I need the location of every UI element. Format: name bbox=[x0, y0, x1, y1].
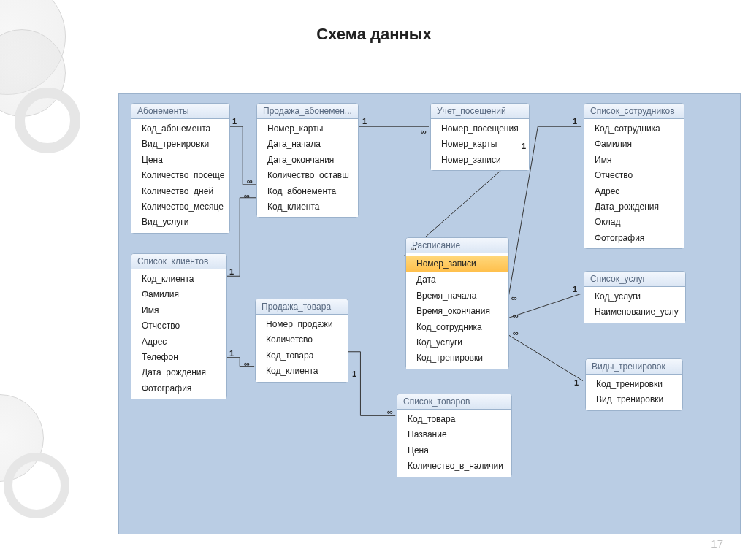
field-item[interactable]: Фамилия bbox=[131, 287, 226, 302]
field-item[interactable]: Код_сотрудника bbox=[584, 121, 684, 137]
table-title[interactable]: Список_услуг bbox=[584, 272, 685, 287]
field-item[interactable]: Дата_начала bbox=[257, 137, 358, 152]
table-fields: Номер_продажиКоличетсвоКод_товараКод_кли… bbox=[256, 315, 348, 382]
table-fields: Код_услугиНаименование_услу bbox=[584, 287, 685, 323]
cardinality-label: ∞ bbox=[511, 294, 518, 302]
table-title[interactable]: Расписание bbox=[406, 238, 508, 253]
field-item[interactable]: Код_товара bbox=[397, 412, 511, 427]
field-item[interactable]: Количество_дней bbox=[131, 184, 229, 199]
cardinality-label: 1 bbox=[229, 350, 234, 358]
relationships-canvas[interactable]: АбонементыКод_абонементаВид_тренировкиЦе… bbox=[118, 93, 741, 534]
decorative-ring bbox=[4, 453, 69, 518]
field-item[interactable]: Дата_окончания bbox=[257, 153, 358, 168]
field-item[interactable]: Код_услуги bbox=[584, 289, 685, 304]
cardinality-label: 1 bbox=[232, 118, 237, 126]
cardinality-label: ∞ bbox=[386, 408, 394, 416]
cardinality-label: 1 bbox=[362, 118, 367, 126]
cardinality-label: 1 bbox=[573, 379, 579, 387]
field-item[interactable]: Наименование_услу bbox=[584, 304, 685, 320]
field-item[interactable]: Номер_посещения bbox=[431, 121, 529, 137]
table-tovary[interactable]: Список_товаровКод_товараНазваниеЦенаКоли… bbox=[397, 394, 512, 477]
field-item[interactable]: Время_окончания bbox=[406, 304, 508, 319]
table-fields: Код_товараНазваниеЦенаКоличество_в_налич… bbox=[397, 410, 511, 477]
cardinality-label: 1 bbox=[229, 268, 234, 276]
table-title[interactable]: Абонементы bbox=[131, 104, 229, 119]
cardinality-label: ∞ bbox=[410, 245, 417, 253]
table-uslugi[interactable]: Список_услугКод_услугиНаименование_услу bbox=[584, 271, 686, 323]
decorative-ring bbox=[15, 88, 80, 153]
table-uchet[interactable]: Учет_посещенийНомер_посещенияНомер_карты… bbox=[430, 103, 530, 171]
field-item[interactable]: Код_клиента bbox=[131, 272, 226, 287]
table-fields: Номер_записиДатаВремя_началаВремя_оконча… bbox=[406, 253, 508, 369]
cardinality-label: 1 bbox=[572, 285, 578, 294]
table-raspisanie[interactable]: РасписаниеНомер_записиДатаВремя_началаВр… bbox=[405, 237, 509, 369]
field-item[interactable]: Номер_записи bbox=[406, 256, 508, 272]
field-item[interactable]: Телефон bbox=[131, 350, 226, 365]
cardinality-label: ∞ bbox=[246, 177, 253, 185]
table-title[interactable]: Список_клиентов bbox=[131, 254, 226, 269]
table-prodazha_ab[interactable]: Продажа_абонемен...Номер_картыДата_начал… bbox=[256, 103, 359, 218]
field-item[interactable]: Имя bbox=[131, 303, 226, 318]
field-item[interactable]: Цена bbox=[131, 153, 229, 168]
field-item[interactable]: Код_клиента bbox=[257, 199, 358, 215]
field-item[interactable]: Вид_услуги bbox=[131, 215, 229, 230]
field-item[interactable]: Номер_карты bbox=[257, 121, 358, 137]
field-item[interactable]: Код_абонемента bbox=[257, 184, 358, 199]
field-item[interactable]: Номер_карты bbox=[431, 137, 529, 152]
field-item[interactable]: Название bbox=[397, 427, 511, 442]
cardinality-label: ∞ bbox=[243, 360, 251, 368]
field-item[interactable]: Время_начала bbox=[406, 288, 508, 304]
table-trenirovki[interactable]: Виды_тренировокКод_тренировкиВид_трениро… bbox=[585, 358, 683, 411]
table-fields: Код_сотрудникаФамилияИмяОтчествоАдресДат… bbox=[584, 119, 684, 248]
cardinality-label: 1 bbox=[521, 142, 527, 150]
field-item[interactable]: Дата_рождения bbox=[131, 365, 226, 380]
field-item[interactable]: Цена bbox=[397, 443, 511, 459]
cardinality-label: ∞ bbox=[512, 329, 519, 337]
field-item[interactable]: Адрес bbox=[131, 334, 226, 350]
field-item[interactable]: Код_тренировки bbox=[586, 377, 682, 392]
cardinality-label: ∞ bbox=[243, 192, 251, 200]
table-title[interactable]: Виды_тренировок bbox=[586, 359, 682, 375]
field-item[interactable]: Имя bbox=[584, 153, 684, 168]
field-item[interactable]: Количество_оставш bbox=[257, 168, 358, 183]
field-item[interactable]: Код_сотрудника bbox=[406, 320, 508, 335]
field-item[interactable]: Отчество bbox=[584, 168, 684, 183]
field-item[interactable]: Номер_продажи bbox=[256, 317, 348, 332]
field-item[interactable]: Количество_посеще bbox=[131, 168, 229, 183]
table-title[interactable]: Учет_посещений bbox=[431, 104, 529, 119]
cardinality-label: ∞ bbox=[420, 128, 427, 136]
field-item[interactable]: Фамилия bbox=[584, 137, 684, 152]
table-sotrudniki[interactable]: Список_сотрудниковКод_сотрудникаФамилияИ… bbox=[584, 103, 684, 249]
field-item[interactable]: Дата_рождения bbox=[584, 199, 684, 215]
table-fields: Номер_посещенияНомер_картыНомер_записи bbox=[431, 119, 529, 170]
page-number: 17 bbox=[711, 537, 723, 550]
field-item[interactable]: Адрес bbox=[584, 184, 684, 199]
field-item[interactable]: Фотография bbox=[131, 381, 226, 396]
cardinality-label: 1 bbox=[572, 118, 578, 126]
table-title[interactable]: Продажа_товара bbox=[256, 299, 348, 315]
table-prodazha_tov[interactable]: Продажа_товараНомер_продажиКоличетсвоКод… bbox=[255, 299, 348, 383]
field-item[interactable]: Код_товара bbox=[256, 348, 348, 364]
field-item[interactable]: Количество_месяце bbox=[131, 199, 229, 215]
table-fields: Код_клиентаФамилияИмяОтчествоАдресТелефо… bbox=[131, 269, 226, 399]
table-title[interactable]: Список_товаров bbox=[397, 394, 511, 410]
field-item[interactable]: Номер_записи bbox=[431, 153, 529, 168]
table-klienty[interactable]: Список_клиентовКод_клиентаФамилияИмяОтче… bbox=[131, 253, 227, 399]
table-fields: Код_тренировкиВид_тренировки bbox=[586, 375, 682, 410]
table-title[interactable]: Список_сотрудников bbox=[584, 104, 684, 119]
field-item[interactable]: Код_абонемента bbox=[131, 121, 229, 137]
field-item[interactable]: Отчество bbox=[131, 318, 226, 334]
table-fields: Номер_картыДата_началаДата_окончанияКоли… bbox=[257, 119, 358, 217]
field-item[interactable]: Код_клиента bbox=[256, 364, 348, 379]
field-item[interactable]: Дата bbox=[406, 272, 508, 288]
field-item[interactable]: Вид_тренировки bbox=[131, 137, 229, 152]
field-item[interactable]: Код_тренировки bbox=[406, 350, 508, 366]
field-item[interactable]: Количество_в_наличии bbox=[397, 459, 511, 474]
table-abonementy[interactable]: АбонементыКод_абонементаВид_тренировкиЦе… bbox=[131, 103, 230, 234]
field-item[interactable]: Фотография bbox=[584, 231, 684, 246]
field-item[interactable]: Вид_тренировки bbox=[586, 392, 682, 407]
field-item[interactable]: Оклад bbox=[584, 215, 684, 230]
field-item[interactable]: Количетсво bbox=[256, 332, 348, 348]
field-item[interactable]: Код_услуги bbox=[406, 335, 508, 350]
table-title[interactable]: Продажа_абонемен... bbox=[257, 104, 358, 119]
